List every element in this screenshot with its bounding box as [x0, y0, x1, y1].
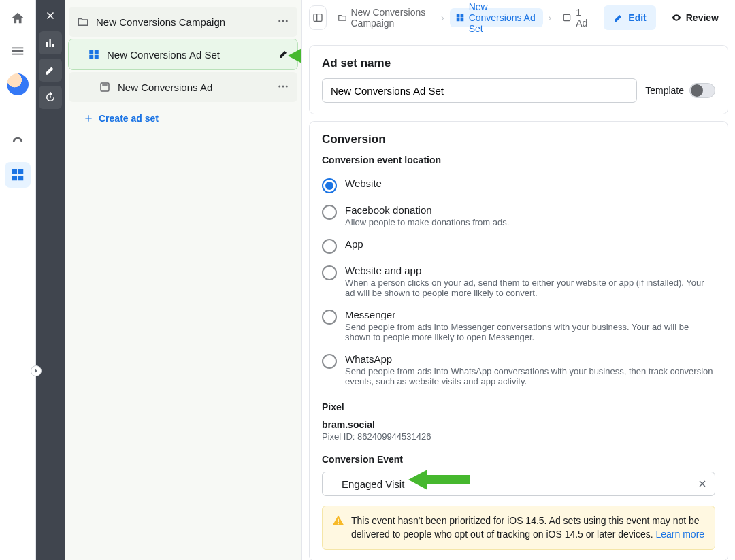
opt-webapp[interactable]: Website and app When a person clicks on … — [322, 259, 715, 303]
learn-more-link[interactable]: Learn more — [656, 529, 705, 540]
pixel-id: Pixel ID: 862409944531426 — [322, 431, 715, 442]
review-button-label: Review — [686, 12, 719, 23]
crumb-ad-label: 1 Ad — [576, 7, 587, 29]
chevron-right-icon: › — [441, 12, 444, 23]
adset-name-input[interactable] — [322, 78, 637, 103]
edit-button[interactable]: Edit — [604, 5, 655, 30]
location-label: Conversion event location — [322, 154, 715, 165]
opt-messenger[interactable]: Messenger Send people from ads into Mess… — [322, 303, 715, 348]
radio-icon — [322, 178, 337, 193]
svg-marker-3 — [288, 46, 302, 66]
create-adset-label: Create ad set — [99, 113, 159, 124]
ads-manager-icon[interactable] — [5, 162, 31, 188]
opt-messenger-desc: Send people from ads into Messenger conv… — [345, 322, 715, 342]
svg-point-6 — [278, 85, 280, 87]
event-value: Engaged Visit — [342, 478, 404, 490]
adset-icon — [455, 13, 465, 22]
svg-point-7 — [282, 85, 284, 87]
svg-marker-12 — [408, 470, 470, 490]
event-label: Conversion Event — [322, 454, 715, 465]
template-toggle[interactable] — [689, 83, 715, 98]
svg-rect-9 — [314, 14, 322, 22]
opt-whatsapp-desc: Send people from ads into WhatsApp conve… — [345, 366, 715, 386]
opt-donation[interactable]: Facebook donation Allow people to make d… — [322, 199, 715, 233]
breadcrumb-bar: New Conversions Campaign › New Conversio… — [302, 0, 735, 35]
folder-icon — [338, 13, 347, 22]
annotation-arrow-icon — [408, 467, 470, 492]
tree-ad-row[interactable]: New Conversions Ad — [69, 72, 297, 102]
ios-warning: This event hasn't been prioritized for i… — [322, 506, 715, 550]
radio-icon — [322, 205, 337, 220]
eye-icon — [671, 12, 682, 23]
svg-point-2 — [286, 20, 288, 22]
svg-rect-11 — [564, 14, 570, 20]
close-icon[interactable] — [39, 4, 62, 27]
main-panel: New Conversions Campaign › New Conversio… — [302, 0, 735, 560]
warning-text: This event hasn't been prioritized for i… — [351, 515, 700, 540]
crumb-adset[interactable]: New Conversions Ad Set — [450, 8, 543, 27]
more-icon[interactable] — [277, 15, 289, 29]
edit-button-label: Edit — [628, 12, 646, 23]
crumb-campaign[interactable]: New Conversions Campaign — [332, 8, 436, 27]
radio-icon — [322, 265, 337, 280]
pixel-label: Pixel — [322, 401, 715, 412]
crumb-ad[interactable]: 1 Ad — [557, 8, 593, 27]
adset-icon — [88, 48, 100, 61]
svg-point-0 — [278, 20, 280, 22]
radio-icon — [322, 239, 337, 254]
campaign-tree: New Conversions Campaign New Conversions… — [65, 0, 302, 560]
svg-rect-4 — [101, 83, 109, 91]
tree-adset-label: New Conversions Ad Set — [107, 49, 274, 61]
tree-adset-row[interactable]: New Conversions Ad Set — [69, 39, 297, 69]
conversion-heading: Conversion — [322, 133, 715, 146]
svg-rect-5 — [102, 84, 108, 86]
chevron-right-icon: › — [549, 12, 552, 23]
review-button[interactable]: Review — [662, 5, 728, 30]
opt-webapp-desc: When a person clicks on your ad, send th… — [345, 278, 715, 298]
secondary-toolbar — [36, 0, 65, 560]
opt-website[interactable]: Website — [322, 172, 715, 199]
tree-campaign-row[interactable]: New Conversions Campaign — [69, 7, 297, 37]
radio-icon — [322, 354, 337, 369]
gauge-icon[interactable] — [5, 129, 31, 155]
home-icon[interactable] — [5, 5, 31, 31]
pixel-name: bram.social — [322, 419, 715, 430]
crumb-adset-label: New Conversions Ad Set — [469, 1, 538, 34]
ad-icon — [562, 13, 572, 22]
svg-rect-13 — [338, 519, 339, 523]
adset-name-card: Ad set name Template — [309, 45, 728, 114]
svg-point-8 — [286, 85, 288, 87]
conversion-card: Conversion Conversion event location Web… — [309, 121, 728, 560]
template-label: Template — [645, 85, 684, 96]
menu-icon[interactable] — [5, 38, 31, 64]
avatar[interactable] — [7, 73, 29, 95]
svg-point-1 — [282, 20, 284, 22]
opt-donation-desc: Allow people to make donations from ads. — [345, 217, 715, 227]
crumb-campaign-label: New Conversions Campaign — [351, 7, 430, 29]
panel-toggle-icon[interactable] — [309, 5, 327, 30]
opt-donation-title: Facebook donation — [345, 204, 715, 216]
annotation-arrow-icon — [288, 44, 302, 68]
expand-rail-icon[interactable] — [31, 365, 42, 376]
opt-app-title: App — [345, 238, 363, 250]
pencil-icon[interactable] — [39, 59, 62, 82]
clear-event-icon[interactable] — [697, 478, 708, 491]
ad-icon — [99, 81, 111, 93]
create-adset-button[interactable]: Create ad set — [65, 106, 301, 131]
more-icon[interactable] — [277, 80, 289, 95]
svg-rect-14 — [338, 523, 339, 525]
folder-icon — [77, 16, 89, 28]
edit-icon[interactable] — [278, 48, 289, 61]
warning-icon — [332, 514, 344, 541]
conversion-event-select[interactable]: Engaged Visit — [322, 472, 715, 496]
radio-icon — [322, 310, 337, 325]
tree-campaign-label: New Conversions Campaign — [96, 16, 277, 28]
opt-app[interactable]: App — [322, 233, 715, 259]
opt-whatsapp-title: WhatsApp — [345, 353, 715, 365]
opt-webapp-title: Website and app — [345, 265, 715, 276]
chart-icon[interactable] — [39, 31, 62, 54]
tree-ad-label: New Conversions Ad — [118, 82, 277, 93]
opt-whatsapp[interactable]: WhatsApp Send people from ads into Whats… — [322, 348, 715, 392]
history-icon[interactable] — [39, 86, 62, 109]
nav-rail — [0, 0, 36, 560]
